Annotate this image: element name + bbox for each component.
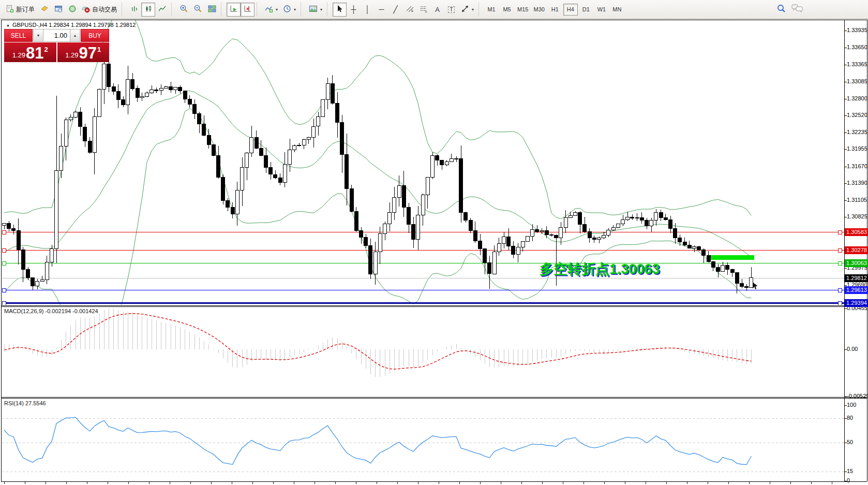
sell-price-pips: 81 [26, 46, 43, 61]
chart-symbol-label[interactable]: ▲ GBPUSD-,H4 1.29834 1.29894 1.29798 1.2… [6, 22, 136, 28]
volume-decrease-button[interactable]: ▼ [33, 29, 43, 42]
chevron-down-icon: ▾ [472, 7, 474, 12]
market-watch-button[interactable] [37, 3, 51, 17]
sell-price-prefix: 1.29 [12, 51, 25, 59]
new-order-button[interactable]: 新订单 [3, 3, 37, 17]
zoom-out-button[interactable] [191, 3, 205, 17]
timeframe-button-m5[interactable]: M5 [500, 4, 514, 16]
timeframe-button-m15[interactable]: M15 [515, 4, 530, 16]
navigator-button[interactable] [65, 3, 79, 17]
sell-button[interactable]: SELL [4, 29, 33, 42]
timeframe-button-h4[interactable]: H4 [563, 4, 578, 16]
sell-price-display[interactable]: 1.29 81 2 [4, 42, 56, 62]
axis-tick-label: 0.00 [847, 346, 868, 352]
toolbar-separator [122, 3, 125, 16]
trendline-icon: ╱ [393, 6, 397, 13]
text-label-tool-button[interactable]: T [444, 3, 458, 17]
axis-tick-label: 15 [847, 468, 868, 475]
autotrading-button[interactable]: 自动交易 [79, 3, 119, 17]
mt4-terminal: { "toolbar": { "new_order_label": "新订单",… [0, 0, 868, 485]
price-tag-icon [40, 5, 49, 14]
timeframe-button-w1[interactable]: W1 [594, 4, 609, 16]
svg-text:E: E [411, 9, 413, 12]
tile-windows-button[interactable] [205, 3, 219, 17]
chart-shift-button[interactable] [241, 3, 255, 17]
auto-scroll-button[interactable] [227, 3, 241, 17]
timeframe-button-m1[interactable]: M1 [484, 4, 499, 16]
toolbar-separator [171, 3, 175, 16]
indicators-icon [265, 5, 273, 14]
text-icon: A [435, 6, 440, 13]
symbol-title: GBPUSD-,H4 1.29834 1.29894 1.29798 1.298… [12, 22, 136, 28]
search-icon[interactable] [776, 4, 786, 16]
bar-chart-mode-button[interactable] [127, 3, 141, 17]
buy-button[interactable]: BUY [81, 29, 109, 42]
tile-windows-icon [208, 5, 216, 14]
timeframe-button-mn[interactable]: MN [610, 4, 624, 16]
chart-canvas[interactable] [0, 0, 868, 485]
toolbar-separator [478, 3, 482, 16]
fibonacci-tool-button[interactable]: F [416, 3, 430, 17]
chat-icon[interactable] [791, 4, 803, 15]
candlestick-mode-button[interactable] [141, 3, 155, 17]
toolbar-separator [327, 3, 331, 16]
channel-tool-button[interactable]: E [402, 3, 416, 17]
candlestick-icon [144, 5, 153, 14]
buy-price-display[interactable]: 1.29 97 1 [57, 42, 110, 62]
chevron-down-icon: ▾ [294, 7, 296, 12]
axis-tick-label: 1.33085 [847, 78, 868, 85]
price-tag-label: 1.29812 [845, 274, 868, 282]
radar-icon [68, 5, 77, 14]
bar-chart-icon [130, 5, 139, 14]
trendline-tool-button[interactable]: ╱ [388, 3, 402, 17]
line-chart-mode-button[interactable] [155, 3, 169, 17]
crosshair-tool-button[interactable]: ┼ [347, 3, 361, 17]
horizontal-line-tool-button[interactable]: ─ [375, 3, 388, 17]
new-order-icon [6, 5, 14, 14]
axis-tick-label: 1.32520 [847, 112, 868, 119]
axis-tick-label: 1.32800 [847, 95, 868, 102]
price-tag-label: 1.30583 [845, 228, 868, 236]
zoom-in-button[interactable] [177, 3, 191, 17]
toolbar-separator [301, 3, 304, 16]
price-tag-label: 1.30063 [845, 259, 868, 267]
axis-tick-label: 1.30825 [847, 213, 868, 220]
toolbar-separator [257, 3, 260, 16]
cursor-tool-button[interactable] [333, 3, 347, 17]
indicators-button[interactable]: ▾ [262, 3, 280, 17]
buy-price-pips: 97 [79, 46, 97, 61]
sell-price-point: 2 [44, 46, 48, 53]
vertical-line-tool-button[interactable]: │ [361, 3, 375, 17]
timeframe-button-h1[interactable]: H1 [548, 4, 562, 16]
rsi-indicator-label: RSI(14) 27.5546 [4, 400, 46, 406]
toolbar-separator [221, 3, 225, 16]
line-chart-icon [158, 5, 167, 14]
collapse-triangle-icon[interactable]: ▲ [6, 23, 10, 27]
periods-button[interactable]: ▾ [280, 3, 298, 17]
axis-tick-label: 50 [847, 439, 868, 446]
axis-tick-label: 1.33935 [847, 27, 868, 34]
templates-button[interactable]: ▾ [306, 3, 325, 17]
clock-icon [283, 5, 291, 14]
timeframe-button-d1[interactable]: D1 [579, 4, 593, 16]
svg-text:F: F [425, 10, 427, 13]
chart-annotation-text: 多空转折点1.30063 [540, 260, 660, 278]
axis-tick-label: 1.31390 [847, 180, 868, 186]
horizontal-line-icon: ─ [379, 6, 384, 13]
data-window-button[interactable] [51, 3, 65, 17]
timeframe-toolbar: M1M5M15M30H1H4D1W1MN [484, 4, 624, 16]
vertical-line-icon: │ [365, 6, 370, 13]
equidistant-channel-icon: E [406, 5, 414, 14]
axis-tick-label: 1.31955 [847, 145, 868, 152]
arrows-tool-button[interactable]: ▾ [458, 3, 476, 17]
volume-input[interactable]: 1.00 [43, 29, 70, 42]
template-icon [309, 5, 318, 14]
buy-price-prefix: 1.29 [65, 51, 78, 59]
buy-price-point: 1 [97, 46, 101, 53]
timeframe-button-m30[interactable]: M30 [531, 4, 546, 16]
auto-scroll-icon [230, 5, 238, 14]
axis-tick-label: -0.005295 [847, 393, 868, 400]
zoom-out-icon [193, 4, 202, 14]
text-tool-button[interactable]: A [430, 3, 444, 17]
volume-increase-button[interactable]: ▲ [70, 29, 80, 42]
